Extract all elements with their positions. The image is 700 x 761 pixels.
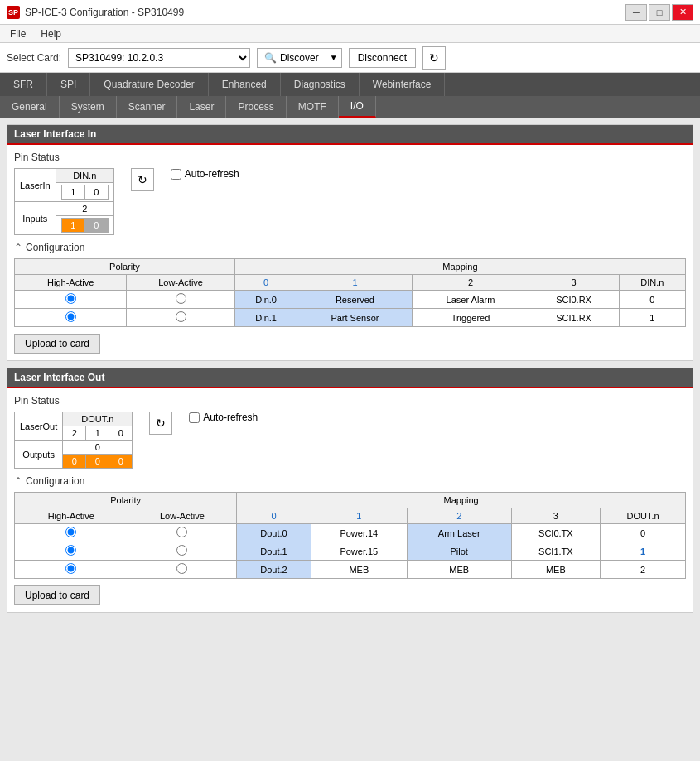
row2-din: 1 — [619, 309, 685, 327]
out-row1-c1[interactable]: Power.14 — [311, 524, 407, 542]
card-select[interactable]: SP310499: 10.2.0.3 — [68, 48, 250, 68]
out-row3-c2[interactable]: MEB — [407, 561, 511, 579]
out-row2-c1[interactable]: Power.15 — [311, 542, 407, 561]
tab-process[interactable]: Process — [226, 96, 286, 118]
out-row2-high-radio[interactable] — [65, 545, 76, 556]
row1-c0[interactable]: Din.0 — [234, 291, 297, 309]
tab-diagnostics[interactable]: Diagnostics — [281, 73, 360, 96]
col2-header: 2 — [413, 275, 529, 291]
laser-out-panel: Laser Interface Out Pin Status LaserOut … — [7, 368, 693, 613]
out-row3-low-active[interactable] — [128, 561, 237, 579]
out-row1-c3[interactable]: SCI0.TX — [511, 524, 601, 542]
out-row3-high-active[interactable] — [15, 561, 128, 579]
menu-file[interactable]: File — [3, 26, 32, 41]
laser-out-auto-refresh-checkbox[interactable] — [189, 412, 200, 423]
out-row3-c3[interactable]: MEB — [511, 561, 601, 579]
laser-in-auto-refresh-checkbox[interactable] — [171, 169, 181, 180]
menu-help[interactable]: Help — [34, 26, 68, 41]
out-row2-c3[interactable]: SCI1.TX — [511, 542, 601, 561]
row2-c0[interactable]: Din.1 — [234, 309, 297, 327]
disconnect-button[interactable]: Disconnect — [349, 48, 416, 68]
laser-in-row-1: Din.0 Reserved Laser Alarm SCI0.RX 0 — [15, 291, 686, 309]
discover-dropdown-arrow[interactable]: ▼ — [326, 48, 342, 68]
laser-in-auto-refresh-label: Auto-refresh — [185, 168, 239, 180]
out-row3-c0[interactable]: Dout.2 — [237, 561, 311, 579]
discover-group: 🔍 Discover ▼ — [257, 48, 342, 68]
out-val-0b: 0 — [86, 455, 109, 469]
toolbar: Select Card: SP310499: 10.2.0.3 🔍 Discov… — [0, 43, 700, 73]
laser-in-config-table: Polarity Mapping High-Active Low-Active … — [14, 258, 686, 327]
mapping-header: Mapping — [234, 259, 685, 275]
out-config-collapse-icon[interactable]: ⌃ — [14, 475, 22, 487]
out-col1-header: 1 — [311, 508, 407, 524]
select-card-label: Select Card: — [7, 52, 61, 64]
out-row2-c2[interactable]: Pilot — [407, 542, 511, 561]
out-row2-low-active[interactable] — [128, 542, 237, 561]
din-val-1: 1 — [61, 185, 84, 200]
row2-c3[interactable]: SCI1.RX — [529, 309, 619, 327]
row1-c2[interactable]: Laser Alarm — [413, 291, 529, 309]
out-row3-c1[interactable]: MEB — [311, 561, 407, 579]
tab-io[interactable]: I/O — [339, 96, 376, 118]
tab-spi[interactable]: SPI — [47, 73, 90, 96]
out-row2-c0[interactable]: Dout.1 — [237, 542, 311, 561]
maximize-button[interactable]: □ — [649, 4, 670, 21]
tab-sfr[interactable]: SFR — [0, 73, 47, 96]
row1-c3[interactable]: SCI0.RX — [529, 291, 619, 309]
out-col0-header: 0 — [237, 508, 311, 524]
tab-enhanced[interactable]: Enhanced — [209, 73, 281, 96]
laser-in-refresh-button[interactable]: ↻ — [131, 168, 154, 191]
tab-quadrature[interactable]: Quadrature Decoder — [90, 73, 208, 96]
tab-laser[interactable]: Laser — [177, 96, 226, 118]
out-row1-high-radio[interactable] — [65, 527, 76, 537]
tab-scanner[interactable]: Scanner — [117, 96, 178, 118]
out-row2-high-active[interactable] — [15, 542, 128, 561]
refresh-button[interactable]: ↻ — [422, 46, 446, 70]
row2-low-radio[interactable] — [176, 311, 186, 322]
row1-high-radio[interactable] — [65, 293, 76, 304]
out-row2-low-radio[interactable] — [176, 545, 187, 556]
laser-in-pin-table: LaserIn DIN.n 1 0 — [14, 168, 114, 235]
laser-out-refresh-button[interactable]: ↻ — [149, 412, 172, 435]
tab-general[interactable]: General — [0, 96, 60, 118]
out-val-0c: 0 — [109, 455, 133, 469]
row1-low-radio[interactable] — [176, 293, 186, 304]
dout-val-0: 0 — [109, 426, 133, 441]
laser-in-upload-button[interactable]: Upload to card — [14, 334, 100, 354]
row2-c1[interactable]: Part Sensor — [297, 309, 413, 327]
out-val-0a: 0 — [63, 455, 86, 469]
out-row1-c2[interactable]: Arm Laser — [407, 524, 511, 542]
out-row1-low-radio[interactable] — [176, 527, 187, 537]
laser-out-pin-table: LaserOut DOUT.n 2 1 0 Outputs 0 0 0 — [14, 412, 133, 469]
laser-out-upload-button[interactable]: Upload to card — [14, 585, 100, 605]
close-button[interactable]: ✕ — [672, 4, 693, 21]
window-title: SP-ICE-3 Configuration - SP310499 — [25, 7, 184, 18]
laser-out-pin-status-title: Pin Status — [14, 395, 686, 407]
out-row3-high-radio[interactable] — [65, 563, 76, 574]
laser-out-auto-refresh: Auto-refresh — [189, 412, 258, 423]
out-row1-low-active[interactable] — [128, 524, 237, 542]
row2-c2[interactable]: Triggered — [413, 309, 529, 327]
laser-in-row-label: LaserIn — [15, 169, 56, 202]
out-col-dout-header: DOUT.n — [601, 508, 686, 524]
out-row1-c0[interactable]: Dout.0 — [237, 524, 311, 542]
col-din-header: DIN.n — [619, 275, 685, 291]
out-row1-high-active[interactable] — [15, 524, 128, 542]
row1-c1[interactable]: Reserved — [297, 291, 413, 309]
config-collapse-icon[interactable]: ⌃ — [14, 242, 22, 253]
inputs-label: Inputs — [15, 202, 56, 235]
row2-high-active[interactable] — [15, 309, 127, 327]
discover-button[interactable]: 🔍 Discover — [257, 48, 326, 68]
row2-high-radio[interactable] — [65, 311, 76, 322]
row1-high-active[interactable] — [15, 291, 127, 309]
tab-motf[interactable]: MOTF — [287, 96, 339, 118]
row2-low-active[interactable] — [127, 309, 235, 327]
out-row1-dout: 0 — [601, 524, 686, 542]
tab-webinterface[interactable]: Webinterface — [360, 73, 445, 96]
minimize-button[interactable]: ─ — [625, 4, 647, 21]
row1-low-active[interactable] — [127, 291, 235, 309]
out-top: 0 — [63, 441, 133, 455]
laser-in-pin-status-title: Pin Status — [14, 152, 686, 163]
tab-system[interactable]: System — [60, 96, 117, 118]
out-row3-low-radio[interactable] — [176, 563, 187, 574]
